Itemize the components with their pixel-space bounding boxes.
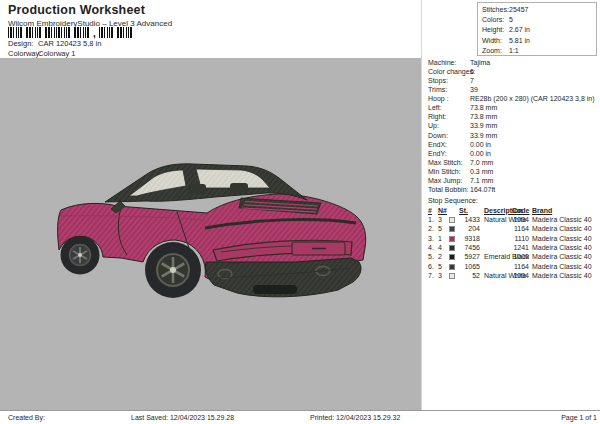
last-saved-label: Last Saved: 12/04/2023 15.29.28 [131, 414, 234, 421]
design-value: CAR 120423 5,8 in [38, 39, 101, 48]
info-max-jump: Max Jump:7.1 mm [428, 177, 600, 186]
printed-label: Printed: 12/04/2023 15.29.32 [310, 414, 400, 421]
front-wheel [61, 236, 100, 275]
stop-sequence-title: Stop Sequence: [428, 197, 598, 207]
table-row: 3.1 9318 1110Madeira Classic 40 [428, 235, 598, 244]
barcode-separator: , [93, 30, 96, 38]
table-row: 6.5 1065 1164Madeira Classic 40 [428, 263, 598, 272]
machine-info-panel: Machine:Tajima Color changes:6 Stops:7 T… [428, 59, 600, 195]
info-hoop: Hoop :RE28b (200 x 280) (CAR 120423 3,8 … [428, 95, 600, 104]
info-trims: Trims:39 [428, 86, 600, 95]
colorway-value: Colorway 1 [38, 49, 76, 58]
info-min-stitch: Min Stitch:0.3 mm [428, 168, 600, 177]
colorway-label: Colorway: [8, 49, 38, 58]
table-row: 5.2 5927Emerald Black 1000Madeira Classi… [428, 253, 598, 262]
rear-wheel [145, 242, 201, 298]
info-endx: EndX:0.00 in [428, 141, 600, 150]
info-left: Left:73.8 mm [428, 104, 600, 113]
thread-swatch [449, 226, 455, 232]
car-embroidery-design [55, 158, 403, 303]
thread-swatch [449, 273, 455, 279]
info-endy: EndY:0.00 in [428, 150, 600, 159]
rear-bumper [205, 258, 361, 297]
info-right: Right:73.8 mm [428, 113, 600, 122]
page-title: Production Worksheet [8, 3, 145, 17]
thread-swatch [449, 254, 455, 260]
barcode-bars-left [8, 27, 92, 38]
design-row: Design:CAR 120423 5,8 in [8, 39, 101, 48]
info-machine: Machine:Tajima [428, 59, 600, 68]
stat-height: Height:2.67 in [478, 26, 596, 36]
table-row: 4.4 7456 1241Madeira Classic 40 [428, 244, 598, 253]
created-by-label: Created By: [8, 414, 45, 421]
table-row: 1.3 1433Natural White 1004Madeira Classi… [428, 216, 598, 225]
footer: Created By: Last Saved: 12/04/2023 15.29… [0, 410, 600, 424]
thread-swatch [449, 264, 455, 270]
colorway-row: Colorway:Colorway 1 [8, 49, 76, 58]
design-canvas [0, 58, 421, 410]
info-down: Down:33.9 mm [428, 132, 600, 141]
thread-swatch [449, 236, 455, 242]
design-label: Design: [8, 39, 38, 48]
thread-swatch [449, 217, 455, 223]
stop-sequence-header: # N# St. Description Code Brand [428, 207, 598, 216]
table-row: 2.5 204 1164Madeira Classic 40 [428, 225, 598, 234]
info-max-stitch: Max Stitch:7.0 mm [428, 159, 600, 168]
stat-width: Width:5.81 in [478, 37, 596, 47]
info-up: Up:33.9 mm [428, 122, 600, 131]
page-number: Page 1 of 1 [561, 414, 597, 421]
design-barcode: , [8, 27, 132, 38]
stat-colors: Colors:5 [478, 16, 596, 26]
production-worksheet-page: Production Worksheet Wilcom EmbroiderySt… [0, 0, 600, 424]
license-plate [292, 242, 345, 255]
info-color-changes: Color changes:6 [428, 68, 600, 77]
panel-divider [421, 0, 422, 411]
stat-stitches: Stitches:25457 [478, 6, 596, 16]
barcode-bars-right [99, 27, 132, 38]
stat-zoom: Zoom:1:1 [478, 47, 596, 57]
info-stops: Stops:7 [428, 77, 600, 86]
table-row: 7.3 52Natural White 1004Madeira Classic … [428, 272, 598, 281]
design-stats-box: Stitches:25457 Colors:5 Height:2.67 in W… [477, 2, 597, 56]
info-total-bobbin: Total Bobbin:164.07ft [428, 186, 600, 195]
stop-sequence-section: Stop Sequence: # N# St. Description Code… [428, 197, 598, 282]
thread-swatch [449, 245, 455, 251]
